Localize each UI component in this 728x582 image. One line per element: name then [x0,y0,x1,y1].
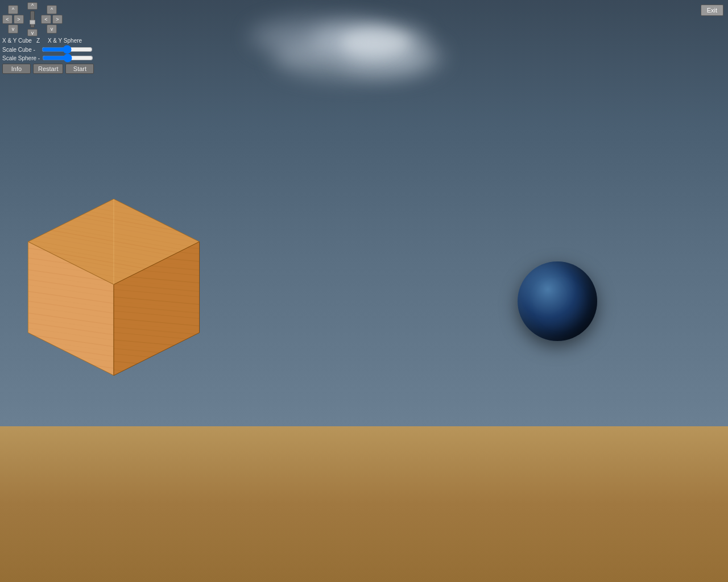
restart-button[interactable]: Restart [33,64,63,74]
sphere-xy-controls: ^ < > v [41,5,63,34]
blue-sphere [518,261,597,341]
sphere-xy-label: X & Y Sphere [48,38,82,44]
z-label: Z [36,38,44,44]
scale-sphere-label: Scale Sphere - [2,55,40,61]
z-up-button[interactable]: ^ [27,2,38,10]
controls-panel: ^ < > v ^ v ^ < > [0,0,96,76]
scale-sphere-slider[interactable] [42,55,93,61]
z-slider-group: ^ v [27,2,38,36]
cube-left-button[interactable]: < [2,15,13,24]
start-button[interactable]: Start [65,64,94,74]
wooden-cube [11,199,216,381]
sphere-down-button[interactable]: v [47,24,57,34]
action-buttons: Info Restart Start [2,64,94,74]
sphere-left-button[interactable]: < [41,15,51,24]
cube-right-button[interactable]: > [14,15,24,24]
cube-up-button[interactable]: ^ [8,5,18,14]
sphere-up-button[interactable]: ^ [47,5,57,14]
sphere-right-button[interactable]: > [52,15,63,24]
z-track [30,11,35,28]
scale-cube-slider[interactable] [42,46,93,53]
cube-xy-controls: ^ < > v [2,5,24,34]
z-down-button[interactable]: v [27,29,38,36]
cube-down-button[interactable]: v [8,24,18,34]
info-button[interactable]: Info [2,64,31,74]
cube-xy-label: X & Y Cube [2,38,32,44]
exit-button[interactable]: Exit [701,5,723,16]
scale-cube-label: Scale Cube - [2,47,39,53]
z-thumb [30,20,35,24]
